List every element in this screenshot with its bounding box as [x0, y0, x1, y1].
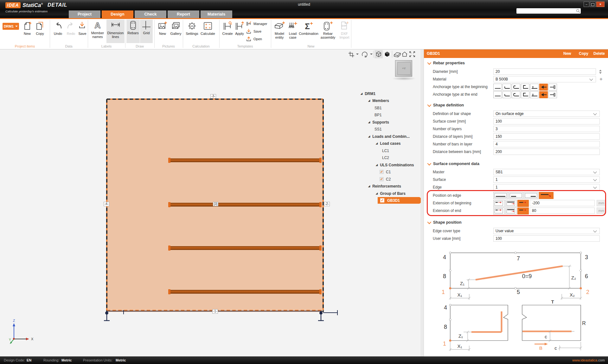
tree-scrollbar[interactable]	[421, 49, 423, 356]
template-create-button[interactable]: Create	[221, 20, 234, 35]
edge-select[interactable]: 1	[493, 184, 600, 190]
ext-value-icon-selected[interactable]	[517, 200, 529, 207]
ext-long-icon[interactable]	[505, 200, 517, 207]
anchorage-head-icon-selected[interactable]	[539, 84, 548, 91]
anchorage-foot-icon[interactable]	[530, 84, 539, 91]
surface-select[interactable]: 1	[493, 176, 600, 183]
extension-end-input[interactable]: 80	[530, 208, 595, 214]
position-full-icon[interactable]	[493, 192, 508, 199]
template-save-button[interactable]: Save	[246, 28, 261, 35]
rebars-toggle[interactable]: Rebars	[126, 20, 140, 43]
template-apply-button[interactable]: Apply	[234, 20, 245, 35]
tree-item-sb1[interactable]: SB1	[374, 105, 382, 111]
tree-item-lc2[interactable]: LC2	[382, 154, 389, 161]
home-view-button[interactable]	[401, 51, 408, 58]
tree-item-loads[interactable]: ◢Loads and Combin...	[368, 133, 410, 140]
ext-short-icon[interactable]	[493, 200, 505, 207]
maximize-button[interactable]	[590, 2, 596, 7]
tab-project[interactable]: Project	[69, 10, 100, 18]
view-cube-face[interactable]: +Y	[397, 62, 411, 75]
calculate-button[interactable]: +−×÷ Calculate	[200, 20, 216, 35]
position-end-icon[interactable]	[524, 192, 538, 199]
anchorage-straight-icon[interactable]	[493, 84, 502, 91]
load-case-button[interactable]: Load case	[287, 20, 298, 39]
combination-button[interactable]: Σ Combination	[299, 20, 318, 35]
model-entity-button[interactable]: Model entity	[272, 20, 286, 39]
tree-item-members[interactable]: ◢Members	[368, 97, 389, 104]
ext-long-icon[interactable]	[505, 208, 517, 214]
bar-shape-select[interactable]: On surface edge	[493, 111, 600, 117]
rebar-layer-1[interactable]	[169, 158, 321, 162]
tree-item-drm1[interactable]: ◢DRM1	[361, 90, 375, 97]
anchorage-plate-icon[interactable]	[548, 84, 557, 91]
chevron-down-icon[interactable]	[370, 54, 373, 55]
template-open-button[interactable]: Open	[246, 36, 262, 42]
tab-check[interactable]: Check	[135, 10, 166, 18]
solid-view-button[interactable]	[383, 50, 391, 58]
diameter-stepper[interactable]	[598, 68, 603, 75]
view-cube[interactable]: +Y	[395, 60, 412, 77]
crop-view-button[interactable]	[348, 51, 355, 58]
tree-item-bp1[interactable]: BP1	[374, 112, 382, 118]
dist-layers-input[interactable]: 150	[493, 133, 600, 140]
num-bars-input[interactable]: 4	[493, 141, 600, 147]
collapse-chevron-icon[interactable]	[427, 161, 432, 165]
chevron-down-icon[interactable]	[356, 54, 359, 55]
wireframe-view-button[interactable]	[374, 50, 383, 58]
tree-item-load-cases[interactable]: ◢Load cases	[376, 140, 401, 147]
project-item-selector[interactable]: DRM1	[3, 23, 19, 30]
expand-triangle-icon[interactable]: ◢	[376, 164, 378, 166]
collapse-chevron-icon[interactable]	[427, 220, 432, 224]
undo-button[interactable]: Undo	[52, 20, 64, 35]
expand-triangle-icon[interactable]: ◢	[368, 99, 370, 102]
num-layers-input[interactable]: 3	[493, 126, 600, 132]
copy-rebar-button[interactable]: Copy	[579, 51, 588, 56]
search-input[interactable]	[517, 8, 576, 14]
user-value-input[interactable]: 100	[493, 235, 600, 242]
anchorage-hook-180-icon[interactable]	[521, 84, 529, 91]
tree-item-supports[interactable]: ◢Supports	[368, 119, 389, 125]
position-begin-icon[interactable]	[509, 192, 523, 199]
anchorage-plate-icon[interactable]	[548, 91, 557, 98]
tree-item-uls-combinations[interactable]: ◢ULS Combinations	[376, 162, 414, 168]
ext-value-icon-selected[interactable]	[517, 208, 529, 214]
new-project-item-button[interactable]: New	[22, 20, 33, 35]
clipped-view-button[interactable]	[393, 51, 401, 58]
material-select[interactable]: B 500B	[493, 76, 596, 82]
tree-item-c2[interactable]: ✓C2	[380, 176, 391, 182]
rebar-layer-4[interactable]	[169, 290, 321, 294]
tree-item-reinforcements[interactable]: ◢Reinforcements	[368, 183, 401, 189]
new-rebar-button[interactable]: New	[563, 51, 571, 56]
add-material-button[interactable]: +	[598, 76, 604, 82]
expand-triangle-icon[interactable]: ◢	[376, 192, 378, 195]
zoom-fit-button[interactable]	[409, 51, 416, 58]
collapse-chevron-icon[interactable]	[427, 103, 432, 107]
expand-triangle-icon[interactable]: ◢	[368, 185, 370, 188]
tree-item-c1[interactable]: ✓C1	[380, 169, 391, 175]
copy-project-item-button[interactable]: Copy	[34, 20, 46, 35]
section-shape-position[interactable]: Shape position	[427, 220, 462, 225]
minimize-button[interactable]: –	[584, 2, 589, 7]
ext-short-icon[interactable]	[493, 208, 505, 214]
rebar-layer-2[interactable]	[169, 203, 321, 207]
expand-triangle-icon[interactable]: ◢	[376, 142, 378, 145]
delete-rebar-button[interactable]: Delete	[593, 51, 605, 56]
anchorage-head-icon-selected[interactable]	[539, 91, 548, 98]
extension-begin-input[interactable]: -200	[530, 200, 595, 206]
close-button[interactable]: ×	[596, 2, 605, 7]
diameter-input[interactable]: 20	[493, 68, 596, 75]
tab-report[interactable]: Report	[168, 10, 199, 18]
expand-triangle-icon[interactable]: ◢	[368, 121, 370, 124]
checkbox-checked[interactable]: ✓	[380, 170, 384, 174]
expand-triangle-icon[interactable]: ◢	[368, 135, 370, 138]
section-surface-component[interactable]: Surface component data	[427, 162, 479, 166]
section-rebar-properties[interactable]: Rebar properties	[427, 61, 465, 65]
rotate-view-button[interactable]	[361, 51, 369, 58]
tree-item-lc1[interactable]: LC1	[382, 147, 389, 154]
anchorage-hook-90-icon[interactable]	[502, 91, 511, 98]
save-button[interactable]: Save	[78, 20, 87, 35]
gallery-button[interactable]: Gallery	[170, 20, 182, 35]
website-link[interactable]: www.ideastatica.com	[572, 358, 605, 362]
tab-materials[interactable]: Materials	[201, 10, 232, 18]
tree-item-group-of-bars[interactable]: ◢Group of Bars	[376, 190, 406, 197]
